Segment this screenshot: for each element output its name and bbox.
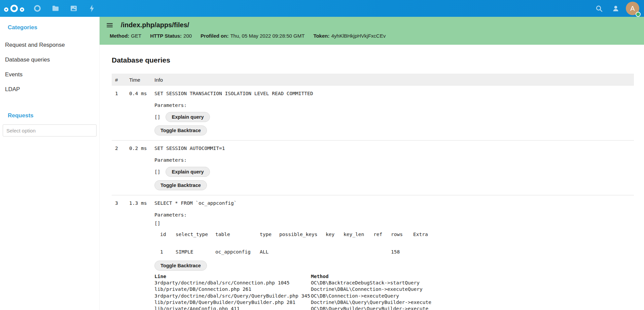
- backtrace-line: 3rdparty/doctrine/dbal/src/Connection.ph…: [154, 280, 311, 286]
- token-label: Token:: [313, 33, 329, 39]
- content-area: Database queries # Time Info 1 0.4 ms SE…: [100, 45, 644, 310]
- explain-col-ref: ref: [373, 231, 391, 249]
- backtrace-line: lib/private/DB/Connection.php 261: [154, 286, 311, 293]
- backtrace-line-header: Line: [154, 273, 311, 280]
- backtrace-row: 3rdparty/doctrine/dbal/src/Connection.ph…: [154, 280, 551, 286]
- explain-col-type: type: [260, 231, 279, 249]
- profile-header: /index.php/apps/files/ Method:GET HTTP S…: [100, 17, 644, 45]
- backtrace-row: lib/private/AppConfig.php 411 OC\DB\Quer…: [154, 306, 551, 310]
- backtrace-method: Doctrine\DBAL\Connection->executeQuery: [311, 286, 551, 293]
- nextcloud-logo-icon: [3, 4, 25, 13]
- parameters-label: Parameters:: [154, 212, 634, 218]
- explain-val-possible-keys: [279, 249, 326, 255]
- toggle-backtrace-button[interactable]: Toggle Backtrace: [154, 180, 207, 190]
- explain-col-id: id: [160, 231, 176, 249]
- page-title: Database queries: [112, 56, 634, 64]
- parameters-value: []: [154, 169, 160, 175]
- query-time: 0.2 ms: [129, 145, 154, 190]
- backtrace-header-row: Line Method: [154, 273, 551, 280]
- parameters-label: Parameters:: [154, 157, 634, 163]
- explain-col-table: table: [215, 231, 260, 249]
- query-sql: SELECT * FROM `oc_appconfig`: [154, 200, 634, 206]
- sidebar: Categories Request and Response Database…: [0, 17, 100, 310]
- backtrace-line: lib/private/AppConfig.php 411: [154, 306, 311, 310]
- backtrace-row: lib/private/DB/QueryBuilder/QueryBuilder…: [154, 299, 551, 306]
- queries-table-header: # Time Info: [112, 74, 634, 86]
- parameters-value: []: [154, 114, 160, 120]
- contacts-button[interactable]: [607, 0, 624, 17]
- query-info: SELECT * FROM `oc_appconfig` Parameters:…: [154, 200, 634, 310]
- http-status-label: HTTP Status:: [150, 33, 182, 39]
- app-photos[interactable]: [65, 0, 83, 17]
- search-button[interactable]: [591, 0, 607, 17]
- explain-val-table: oc_appconfig: [215, 249, 260, 255]
- query-sql: SET SESSION AUTOCOMMIT=1: [154, 145, 634, 152]
- folder-icon: [52, 5, 59, 12]
- profiled-on-label: Profiled on:: [201, 33, 228, 39]
- explain-col-rows: rows: [391, 231, 413, 249]
- query-number: 1: [115, 90, 129, 135]
- token-value: 4yhKlBHkjpHVkjFxcCEv: [331, 33, 386, 39]
- app-files[interactable]: [46, 0, 65, 17]
- backtrace-row: lib/private/DB/Connection.php 261 Doctri…: [154, 286, 551, 293]
- parameters-label: Parameters:: [154, 102, 634, 109]
- col-time-header: Time: [129, 77, 154, 83]
- search-icon: [596, 5, 603, 12]
- profiled-url-title: /index.php/apps/files/: [121, 21, 189, 29]
- explain-query-button[interactable]: Explain query: [166, 112, 210, 122]
- backtrace-method: Doctrine\DBAL\Query\QueryBuilder->execut…: [311, 299, 551, 306]
- explain-query-button[interactable]: Explain query: [166, 167, 210, 177]
- sidebar-item-request-response[interactable]: Request and Response: [0, 38, 99, 52]
- sidebar-item-database-queries[interactable]: Database queries: [0, 52, 99, 67]
- backtrace-method: OC\DB\BacktraceDebugStack->startQuery: [311, 280, 551, 286]
- query-row: 2 0.2 ms SET SESSION AUTOCOMMIT=1 Parame…: [112, 140, 634, 195]
- col-info-header: Info: [154, 77, 634, 83]
- http-status-value: 200: [183, 33, 192, 39]
- app-activity[interactable]: [83, 0, 101, 17]
- explain-col-key-len: key_len: [344, 231, 373, 249]
- query-time: 0.4 ms: [129, 90, 154, 135]
- backtrace-line: lib/private/DB/QueryBuilder/QueryBuilder…: [154, 299, 311, 306]
- topbar-actions: A: [591, 0, 644, 17]
- explain-val-key-len: [344, 249, 373, 255]
- explain-col-select-type: select_type: [176, 231, 215, 249]
- explain-val-select-type: SIMPLE: [176, 249, 215, 255]
- backtrace-method: OC\DB\QueryBuilder\QueryBuilder->execute: [311, 306, 551, 310]
- sidebar-category-list: Request and Response Database queries Ev…: [0, 38, 99, 97]
- requests-select-input[interactable]: [3, 124, 97, 137]
- toggle-backtrace-button[interactable]: Toggle Backtrace: [154, 261, 207, 271]
- sidebar-categories-heading: Categories: [0, 24, 99, 31]
- sidebar-item-ldap[interactable]: LDAP: [0, 82, 99, 97]
- method-label: Method:: [110, 33, 129, 39]
- toggle-backtrace-button[interactable]: Toggle Backtrace: [154, 125, 207, 135]
- query-row: 1 0.4 ms SET SESSION TRANSACTION ISOLATI…: [112, 86, 634, 140]
- query-time: 1.3 ms: [129, 200, 154, 310]
- sidebar-item-events[interactable]: Events: [0, 67, 99, 82]
- col-num-header: #: [115, 77, 129, 83]
- query-sql: SET SESSION TRANSACTION ISOLATION LEVEL …: [154, 90, 634, 97]
- app-profiler[interactable]: [28, 0, 46, 17]
- topbar: A: [0, 0, 644, 17]
- explain-col-possible-keys: possible_keys: [279, 231, 326, 249]
- explain-val-extra: [413, 249, 440, 255]
- user-avatar[interactable]: A: [626, 2, 639, 15]
- explain-header-row: id select_type table type possible_keys …: [160, 231, 440, 249]
- status-online-dot: [636, 12, 641, 17]
- query-info: SET SESSION TRANSACTION ISOLATION LEVEL …: [154, 90, 634, 135]
- profile-meta: Method:GET HTTP Status:200 Profiled on:T…: [107, 33, 644, 39]
- menu-toggle-icon[interactable]: [107, 22, 113, 29]
- main-panel: /index.php/apps/files/ Method:GET HTTP S…: [100, 17, 644, 310]
- backtrace-method: OC\DB\Connection->executeQuery: [311, 293, 551, 299]
- profiled-on-value: Thu, 05 May 2022 09:28:50 GMT: [230, 33, 305, 39]
- image-icon: [70, 5, 77, 12]
- explain-val-key: [326, 249, 344, 255]
- sidebar-requests-heading: Requests: [0, 112, 99, 119]
- explain-val-ref: [373, 249, 391, 255]
- backtrace-table: Line Method 3rdparty/doctrine/dbal/src/C…: [154, 273, 551, 310]
- nextcloud-logo[interactable]: [0, 4, 28, 13]
- backtrace-method-header: Method: [311, 273, 551, 280]
- query-info: SET SESSION AUTOCOMMIT=1 Parameters: [] …: [154, 145, 634, 190]
- explain-val-id: 1: [160, 249, 176, 255]
- circle-icon: [34, 5, 41, 12]
- query-row: 3 1.3 ms SELECT * FROM `oc_appconfig` Pa…: [112, 195, 634, 310]
